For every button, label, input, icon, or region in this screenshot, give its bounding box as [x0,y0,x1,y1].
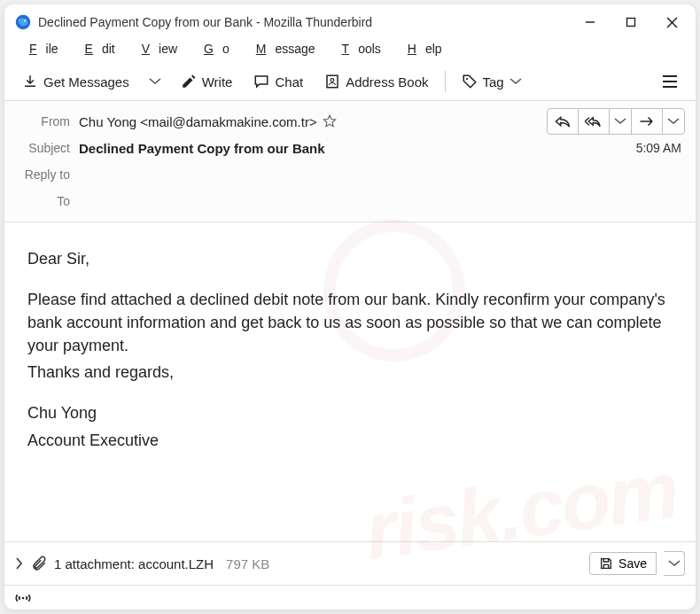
reply-all-icon [585,115,603,128]
address-book-icon [324,74,340,89]
signal-icon[interactable] [15,592,31,604]
tag-button[interactable]: Tag [453,68,531,95]
chevron-down-icon [667,118,680,125]
body-greeting: Dear Sir, [27,247,673,270]
chevron-right-icon[interactable] [15,557,24,570]
message-time: 5:09 AM [636,141,685,155]
subject-value: Declined Payment Copy from our Bank [79,141,325,156]
reply-button[interactable] [547,108,579,135]
from-value[interactable]: Chu Yong <mail@damakmakine.com.tr> [79,114,317,129]
attachment-label[interactable]: 1 attachment: account.LZH [54,556,214,571]
pencil-icon [181,74,197,89]
app-window: Declined Payment Copy from our Bank - Mo… [4,4,696,610]
menu-view[interactable]: View [124,40,186,59]
attachment-size: 797 KB [226,556,269,571]
svg-point-9 [22,596,25,599]
hamburger-icon [662,74,678,89]
app-menu-button[interactable] [653,69,687,94]
body-regards: Thanks and regards, [27,361,673,384]
reply-all-button[interactable] [578,108,610,135]
save-attachment-dropdown[interactable] [664,551,685,576]
write-button[interactable]: Write [172,68,242,95]
star-icon[interactable] [323,114,337,128]
save-attachment-button[interactable]: Save [589,552,657,575]
chat-button[interactable]: Chat [245,68,312,95]
titlebar[interactable]: Declined Payment Copy from our Bank - Mo… [4,4,696,40]
svg-point-8 [465,78,467,80]
message-headers: From Chu Yong <mail@damakmakine.com.tr> … [4,101,696,222]
chevron-down-icon [614,118,626,125]
to-label: To [15,194,79,208]
menu-edit[interactable]: Edit [67,40,124,59]
menu-go[interactable]: Go [186,40,238,59]
menu-message[interactable]: Message [238,40,324,59]
message-body: Dear Sir, Please find attached a decline… [4,222,696,541]
statusbar [4,585,696,610]
menu-file[interactable]: File [12,40,67,59]
menubar: File Edit View Go Message Tools Help [4,40,696,63]
attachment-bar: 1 attachment: account.LZH 797 KB Save [4,541,696,585]
toolbar: Get Messages Write Chat Address Book Tag [4,63,696,101]
minimize-button[interactable] [570,5,611,39]
body-sig-title: Account Executive [27,429,673,452]
maximize-button[interactable] [611,5,651,39]
forward-icon [639,115,655,128]
subject-label: Subject [15,141,79,155]
menu-help[interactable]: Help [390,40,451,59]
menu-tools[interactable]: Tools [324,40,390,59]
get-messages-dropdown[interactable] [142,73,168,90]
paperclip-icon [31,556,47,571]
tag-icon [462,74,478,89]
chat-icon [253,74,269,89]
replyto-label: Reply to [15,167,79,182]
forward-button[interactable] [631,108,663,135]
download-icon [22,74,38,89]
get-messages-button[interactable]: Get Messages [13,68,138,95]
address-book-button[interactable]: Address Book [315,68,437,95]
svg-rect-3 [627,19,635,27]
chevron-down-icon [149,78,161,85]
chevron-down-icon [668,560,681,567]
body-sig-name: Chu Yong [27,401,673,424]
reply-icon [555,115,571,128]
body-paragraph: Please find attached a declined debit no… [27,288,673,357]
chevron-down-icon [509,78,522,85]
window-title: Declined Payment Copy from our Bank - Mo… [38,15,570,29]
svg-point-7 [331,79,334,82]
close-button[interactable] [651,5,692,39]
reply-all-dropdown[interactable] [609,108,632,135]
save-icon [599,556,613,571]
thunderbird-icon [15,14,31,30]
svg-point-1 [24,20,26,22]
separator [445,71,446,92]
from-label: From [15,114,79,128]
more-actions-button[interactable] [662,108,685,135]
